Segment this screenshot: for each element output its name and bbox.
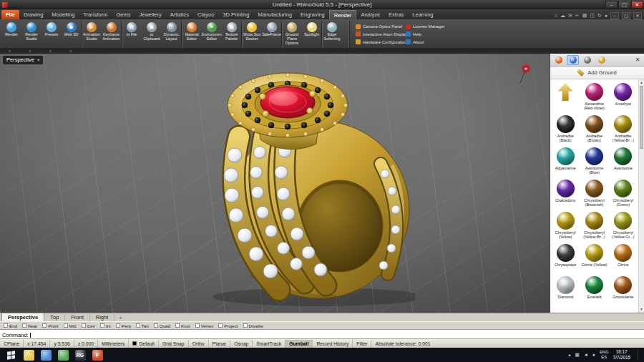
tray-icon[interactable]: ◄ xyxy=(584,352,588,358)
status-pane[interactable]: Gumball xyxy=(286,340,313,348)
status-pane[interactable]: Osnap xyxy=(230,340,253,348)
ribbon-button[interactable]: ◓ Environment Editor xyxy=(202,21,222,48)
menu-tool-icon[interactable]: ▤ xyxy=(582,13,587,19)
gem-material-item[interactable]: Grossularite xyxy=(609,274,638,306)
ribbon-button[interactable]: ▶ Animation Studio xyxy=(82,21,102,48)
ribbon-tab[interactable]: Gems xyxy=(112,10,135,19)
tray-icon[interactable]: ▴ xyxy=(568,352,570,358)
status-pane[interactable]: Ortho xyxy=(189,340,209,348)
taskbar-app-button[interactable] xyxy=(20,348,37,362)
osnap-toggle[interactable]: Mid xyxy=(64,323,77,328)
ribbon-link[interactable]: Help xyxy=(406,31,452,39)
osnap-toggle[interactable]: End xyxy=(4,323,17,328)
menu-tool-icon[interactable]: ✉ xyxy=(568,13,572,19)
ribbon-button[interactable]: Render xyxy=(1,21,21,48)
ribbon-dropdown-indicator[interactable]: ▾ xyxy=(49,48,52,54)
gem-material-item[interactable]: Aventurine xyxy=(609,145,638,177)
ribbon-dropdown-indicator[interactable]: ▾ xyxy=(70,48,72,54)
gem-material-item[interactable]: Citrine (Yellow) xyxy=(580,242,608,274)
panel-tab[interactable] xyxy=(581,55,593,65)
ribbon-tab[interactable]: Modelling xyxy=(47,10,79,19)
ribbon-tab[interactable]: Jewellery xyxy=(135,10,165,19)
taskbar-app-button[interactable] xyxy=(37,348,54,362)
ribbon-button[interactable]: ◫ Dynamic Layout xyxy=(162,21,182,48)
panel-tab[interactable] xyxy=(567,55,579,65)
status-pane[interactable]: Absolute tolerance: 0.001 xyxy=(371,340,434,348)
menu-tool-icon[interactable]: ⌂ xyxy=(555,13,557,19)
checkbox-icon[interactable] xyxy=(64,323,68,328)
osnap-toggle[interactable]: Quad xyxy=(154,323,170,328)
add-ground-button[interactable]: Add Ground xyxy=(550,67,644,79)
gem-material-item[interactable]: Emerald xyxy=(580,274,608,306)
start-button[interactable] xyxy=(1,348,20,362)
status-pane[interactable]: CPlane xyxy=(0,340,24,348)
checkbox-icon[interactable] xyxy=(195,323,200,328)
panel-tab[interactable] xyxy=(595,55,608,65)
gem-material-item[interactable]: Amethyst xyxy=(609,81,638,113)
status-pane[interactable]: Record History xyxy=(313,340,353,348)
gem-material-item[interactable] xyxy=(551,81,580,113)
gem-material-item[interactable]: Aquamarine xyxy=(551,145,580,177)
checkbox-icon[interactable] xyxy=(218,323,223,328)
osnap-toggle[interactable]: Near xyxy=(22,323,37,328)
status-pane[interactable]: y 5.536 xyxy=(50,340,74,348)
taskbar-app-button[interactable] xyxy=(54,348,72,362)
scroll-up-icon[interactable]: ▲ xyxy=(639,79,644,86)
ribbon-link[interactable]: Camera Optics Panel xyxy=(356,23,401,31)
tray-icon[interactable]: ▦ xyxy=(575,352,579,358)
taskbar-clock[interactable]: 16:17 7/7/2015 xyxy=(613,349,630,361)
viewport-tab[interactable]: Front xyxy=(65,313,90,321)
ribbon-button[interactable]: ◎ Material Editor xyxy=(182,21,202,48)
perspective-viewport[interactable]: Perspective ▾ xyxy=(0,54,550,313)
ribbon-tab[interactable]: Analyze xyxy=(356,10,384,19)
ribbon-dropdown-indicator[interactable]: ▾ xyxy=(29,48,31,54)
gem-material-item[interactable]: Chrysoberyl (Yellow-Gr...) xyxy=(609,210,638,242)
ribbon-tab[interactable]: Render xyxy=(329,10,357,19)
ribbon-button[interactable]: ▤ to File xyxy=(122,21,142,48)
gem-material-item[interactable]: Andradite (Brown) xyxy=(580,113,608,145)
viewport-tab-menu[interactable]: + xyxy=(114,315,127,321)
ribbon-link[interactable]: Hardware Configuration xyxy=(356,38,401,46)
gem-material-item[interactable]: Chalcedony xyxy=(551,177,580,210)
osnap-toggle[interactable]: Knot xyxy=(175,323,190,328)
viewport-title-badge[interactable]: Perspective ▾ xyxy=(3,56,43,64)
ribbon-tab[interactable]: File xyxy=(1,10,19,19)
status-pane[interactable]: SmartTrack xyxy=(253,340,286,348)
status-pane[interactable]: Default xyxy=(129,340,159,348)
checkbox-icon[interactable] xyxy=(100,323,104,328)
ribbon-button[interactable]: ✦ Spotlight xyxy=(302,21,322,48)
checkbox-icon[interactable] xyxy=(175,323,180,328)
ribbon-link[interactable]: License Manager xyxy=(406,23,452,31)
ribbon-button[interactable]: ☀ Show Sun Docker xyxy=(242,21,262,48)
ribbon-button[interactable]: ▭ SafeFrame xyxy=(262,21,282,48)
doc-close-button[interactable]: ✕ xyxy=(633,12,642,19)
status-pane[interactable]: Millimeters xyxy=(98,340,129,348)
doc-restore-button[interactable]: ▢ xyxy=(622,12,630,19)
gem-material-item[interactable]: Andradite (Yellow-Br...) xyxy=(609,113,638,145)
ribbon-link[interactable]: About xyxy=(406,38,452,46)
ribbon-dropdown-indicator[interactable]: ▾ xyxy=(9,48,11,54)
gem-material-item[interactable]: Chrysoberyl (Brownish) xyxy=(580,177,608,210)
minimize-button[interactable]: – xyxy=(605,1,618,9)
ribbon-link[interactable]: Interactive Arion Display xyxy=(356,31,401,39)
status-pane[interactable]: Filter xyxy=(353,340,371,348)
ribbon-tab[interactable]: Manufacturing xyxy=(253,10,296,19)
close-button[interactable]: ✕ xyxy=(631,1,643,9)
osnap-toggle[interactable]: Cen xyxy=(82,323,95,328)
status-pane[interactable]: Planar xyxy=(209,340,231,348)
command-area[interactable]: Command: xyxy=(0,329,644,338)
tray-icon[interactable]: ● xyxy=(592,352,595,358)
gem-material-item[interactable]: Alexandrite (Red-Violet) xyxy=(580,81,608,113)
checkbox-icon[interactable] xyxy=(4,323,8,328)
command-prompt[interactable]: Command: xyxy=(2,332,642,338)
menu-tool-icon[interactable]: ◫ xyxy=(590,13,595,19)
ribbon-button[interactable]: Render Studio xyxy=(21,21,42,48)
panel-close-icon[interactable]: ✕ xyxy=(633,57,642,63)
ribbon-button[interactable]: ▱ Ground Plane Options xyxy=(282,21,302,48)
osnap-toggle[interactable]: Vertex xyxy=(195,323,214,328)
ribbon-tab[interactable]: Engraving xyxy=(296,10,329,19)
ribbon-tab[interactable]: Drawing xyxy=(19,10,48,19)
gem-material-item[interactable]: Chrysoberyl (Yellow) xyxy=(551,210,580,242)
ribbon-tab[interactable]: Artistics xyxy=(166,10,193,19)
osnap-toggle[interactable]: Project xyxy=(218,323,238,328)
